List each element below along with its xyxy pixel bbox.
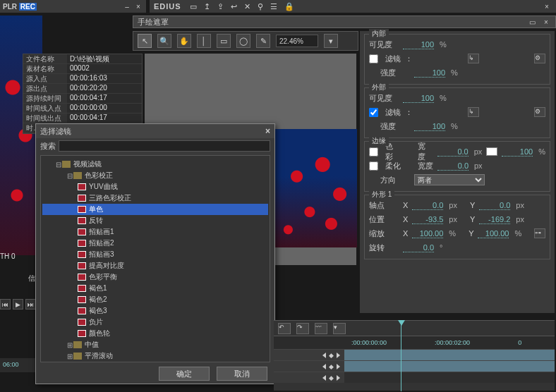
- tree-item[interactable]: 负片: [42, 317, 268, 328]
- search-icon[interactable]: ⚲: [258, 2, 263, 11]
- section-inner: 内部 可见度100% 滤镜：↳⚙ 强度100%: [364, 34, 550, 85]
- ellipse-tool[interactable]: ◯: [236, 34, 250, 48]
- tree-folder-color-correction[interactable]: ⊟色彩校正: [42, 170, 268, 181]
- track-lane[interactable]: [344, 350, 555, 360]
- pen-tool[interactable]: ✎: [256, 34, 270, 48]
- tree-item[interactable]: 招贴画2: [42, 238, 268, 249]
- rotate[interactable]: 0.0: [403, 243, 434, 252]
- scale-x[interactable]: 100.00: [412, 229, 443, 238]
- edge-width[interactable]: 0.0: [437, 147, 469, 157]
- edge-direction-select[interactable]: 两者: [414, 174, 485, 185]
- tree-item[interactable]: 褐色2: [42, 294, 268, 305]
- lock-icon[interactable]: 🔒: [284, 2, 294, 11]
- forward-button[interactable]: ⏭: [25, 299, 36, 310]
- mini-timeline: 06:00: [0, 358, 39, 372]
- tree-item-tail2[interactable]: ⊞平滑滚动: [42, 350, 268, 362]
- tree-item[interactable]: 褐色3: [42, 305, 268, 317]
- tl-graph[interactable]: 〰: [315, 323, 327, 334]
- track-row: ◆: [274, 360, 555, 372]
- pointer-tool[interactable]: ↖: [138, 34, 152, 48]
- plr-close[interactable]: ×: [133, 1, 143, 11]
- keyframe-timeline: ↶ ↷ 〰 ▾ :00:00:00:00 :00:00:02:00 0 ◆ ◆ …: [274, 320, 555, 391]
- tree-item[interactable]: 招贴画1: [42, 226, 268, 238]
- tree-item[interactable]: 三路色彩校正: [42, 192, 268, 204]
- tree-folder-video-filters[interactable]: ⊟视频滤镜: [42, 159, 268, 170]
- prop-val: D:\经验\视频: [67, 54, 142, 63]
- tl-redo[interactable]: ↷: [296, 323, 309, 334]
- edge-soft-checkbox[interactable]: [369, 161, 378, 171]
- track-row: ◆: [274, 349, 555, 360]
- tree-item[interactable]: YUV曲线: [42, 181, 268, 192]
- mask-properties-panel: 内部 可见度100% 滤镜：↳⚙ 强度100% 外部 可见度100% 滤镜：↳⚙…: [360, 31, 555, 313]
- line-tool[interactable]: │: [197, 34, 211, 48]
- new-icon[interactable]: ▭: [190, 2, 197, 11]
- save-icon[interactable]: ⇪: [217, 2, 224, 11]
- play-button[interactable]: ▶: [13, 299, 23, 310]
- key-toggle[interactable]: ◆: [329, 352, 334, 359]
- tree-item[interactable]: 单色: [42, 204, 268, 215]
- inner-visibility[interactable]: 100: [403, 40, 434, 49]
- edius-toolbar-icons: ▭ ↥ ⇪ ↩ ✕ ⚲ ☰ 🔒: [190, 2, 294, 11]
- scale-link[interactable]: ⊶: [534, 228, 545, 238]
- zoom-input[interactable]: [276, 35, 318, 47]
- mask-restore[interactable]: ▭: [527, 17, 537, 27]
- zoom-tool[interactable]: 🔍: [157, 34, 171, 48]
- outer-filter-settings[interactable]: ⚙: [534, 107, 545, 117]
- inner-intensity[interactable]: 100: [414, 68, 445, 78]
- tl-dropdown[interactable]: ▾: [333, 323, 346, 334]
- zoom-dropdown[interactable]: ▾: [324, 34, 338, 48]
- clip-properties: 文件名称D:\经验\视频 素材名称00002 源入点00:00:16:03 源出…: [23, 54, 143, 134]
- plr-minimize[interactable]: –: [122, 1, 132, 11]
- rect-tool[interactable]: ▭: [217, 34, 231, 48]
- edge-color-checkbox[interactable]: [369, 147, 378, 157]
- mask-toolbar: ↖ 🔍 ✋ │ ▭ ◯ ✎ ▾: [133, 31, 358, 51]
- inner-filter-browse[interactable]: ↳: [468, 54, 479, 63]
- filter-tree[interactable]: ⊟视频滤镜 ⊟色彩校正 YUV曲线三路色彩校正单色反转招贴画1招贴画2招贴画3提…: [40, 155, 270, 362]
- dialog-titlebar[interactable]: 选择滤镜 ×: [36, 124, 274, 138]
- edge-soft-width[interactable]: 0.0: [437, 161, 469, 171]
- prop-key: 文件名称: [23, 54, 67, 63]
- hand-tool[interactable]: ✋: [177, 34, 191, 48]
- edius-close[interactable]: ×: [542, 1, 552, 11]
- anchor-y[interactable]: 0.0: [479, 201, 510, 210]
- tree-item[interactable]: 褐色1: [42, 283, 268, 294]
- th-label: TH 0: [0, 252, 16, 260]
- outer-filter-browse[interactable]: ↳: [468, 107, 479, 117]
- outer-intensity[interactable]: 100: [414, 122, 445, 131]
- ok-button[interactable]: 确定: [159, 367, 210, 381]
- inner-filter-checkbox[interactable]: [369, 54, 378, 63]
- edge-color-swatch[interactable]: [486, 147, 497, 156]
- cut-icon[interactable]: ✕: [244, 2, 250, 11]
- rewind-button[interactable]: ⏮: [0, 299, 11, 310]
- anchor-x[interactable]: 0.0: [412, 201, 443, 210]
- outer-filter-checkbox[interactable]: [369, 108, 378, 117]
- dialog-close[interactable]: ×: [265, 126, 270, 136]
- scale-y[interactable]: 100.00: [478, 229, 509, 238]
- search-label: 搜索: [40, 141, 56, 152]
- tree-item[interactable]: 颜色轮: [42, 328, 268, 339]
- next-key-icon[interactable]: [337, 353, 340, 358]
- open-icon[interactable]: ↥: [204, 2, 210, 11]
- tree-item[interactable]: 提高对比度: [42, 260, 268, 271]
- timeline-ruler[interactable]: :00:00:00:00 :00:00:02:00 0: [274, 336, 555, 349]
- outer-visibility[interactable]: 100: [403, 94, 434, 103]
- mask-panel-header: 手绘遮罩 ▭ ×: [133, 16, 556, 28]
- tree-item[interactable]: 招贴画3: [42, 249, 268, 260]
- edius-logo: EDIUS: [154, 2, 181, 11]
- search-input[interactable]: [59, 140, 270, 152]
- pos-y[interactable]: -169.2: [479, 215, 510, 224]
- prev-key-icon[interactable]: [322, 353, 326, 358]
- inner-filter-settings[interactable]: ⚙: [534, 54, 545, 63]
- pos-x[interactable]: -93.5: [412, 215, 443, 224]
- transport-controls: ⏮ ▶ ⏭: [0, 299, 39, 313]
- mask-close[interactable]: ×: [541, 17, 551, 27]
- cancel-button[interactable]: 取消: [217, 367, 267, 381]
- playhead[interactable]: [401, 321, 401, 391]
- undo-icon[interactable]: ↩: [231, 2, 237, 11]
- tree-item[interactable]: 反转: [42, 215, 268, 226]
- settings-icon[interactable]: ☰: [270, 2, 277, 11]
- tree-item[interactable]: 色彩平衡: [42, 271, 268, 283]
- edge-color-pct[interactable]: 100: [502, 147, 533, 157]
- tree-item-median[interactable]: ⊞中值: [42, 339, 268, 350]
- tl-undo[interactable]: ↶: [278, 323, 291, 334]
